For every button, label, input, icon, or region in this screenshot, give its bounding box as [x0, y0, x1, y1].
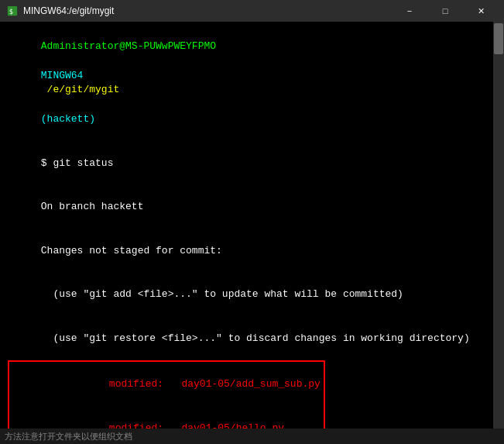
window-title: MINGW64:/e/git/mygit [23, 5, 388, 16]
svg-text:$: $ [9, 8, 13, 15]
minimize-button[interactable]: − [393, 0, 427, 22]
window-controls: − □ ✕ [393, 0, 498, 22]
bottom-text: 方法注意打开文件夹以便组织文档 [5, 431, 132, 442]
line-4: Changes not staged for commit: [5, 229, 499, 274]
scrollbar-thumb[interactable] [494, 23, 503, 54]
title-bar: $ MINGW64:/e/git/mygit − □ ✕ [0, 0, 504, 22]
line-1: Administrator@MS-PUWwPWEYFPMO MINGW64 /e… [5, 25, 499, 142]
line-6: (use "git restore <file>..." to discard … [5, 317, 499, 361]
terminal-window: $ MINGW64:/e/git/mygit − □ ✕ Administrat… [0, 0, 504, 444]
modified-line-1: modified: day01-05/add_sum_sub.py [12, 363, 321, 407]
bottom-bar: 方法注意打开文件夹以便组织文档 [0, 429, 504, 444]
line-2: $ git status [5, 142, 499, 186]
line-3: On branch hackett [5, 185, 499, 229]
maximize-button[interactable]: □ [428, 0, 462, 22]
terminal-content[interactable]: Administrator@MS-PUWwPWEYFPMO MINGW64 /e… [0, 22, 504, 429]
scrollbar[interactable] [493, 22, 504, 429]
window-icon: $ [6, 5, 19, 17]
modified-line-2: modified: day01-05/hello.py [12, 407, 321, 429]
close-button[interactable]: ✕ [464, 0, 498, 22]
modified-files-block: modified: day01-05/add_sum_sub.py modifi… [8, 360, 499, 429]
line-5: (use "git add <file>..." to update what … [5, 273, 499, 317]
